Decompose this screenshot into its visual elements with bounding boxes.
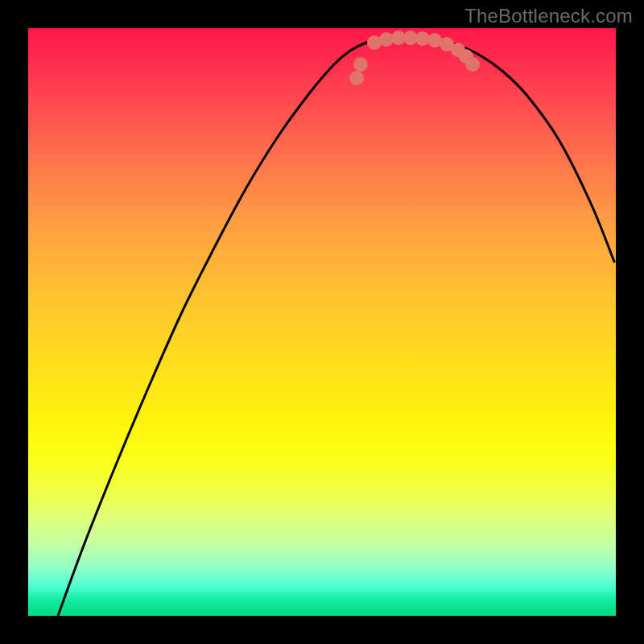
watermark-text: TheBottleneck.com xyxy=(464,5,633,27)
bottleneck-curve-svg xyxy=(28,28,616,616)
bottleneck-curve-path xyxy=(58,37,614,616)
highlight-markers xyxy=(349,31,480,85)
plot-area xyxy=(28,28,616,616)
highlight-marker xyxy=(353,57,368,72)
highlight-marker xyxy=(465,57,480,72)
chart-frame: TheBottleneck.com xyxy=(0,0,644,644)
highlight-marker xyxy=(349,71,364,85)
